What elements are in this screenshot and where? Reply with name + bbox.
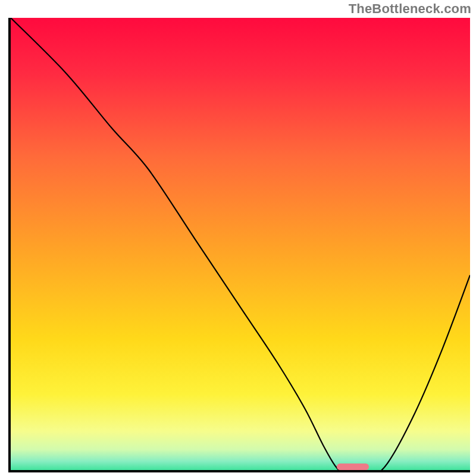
svg-rect-0 xyxy=(11,18,470,472)
optimal-range-marker xyxy=(337,464,369,470)
plot-area xyxy=(8,18,470,472)
watermark-text: TheBottleneck.com xyxy=(349,1,471,17)
heat-gradient-background xyxy=(11,18,470,472)
